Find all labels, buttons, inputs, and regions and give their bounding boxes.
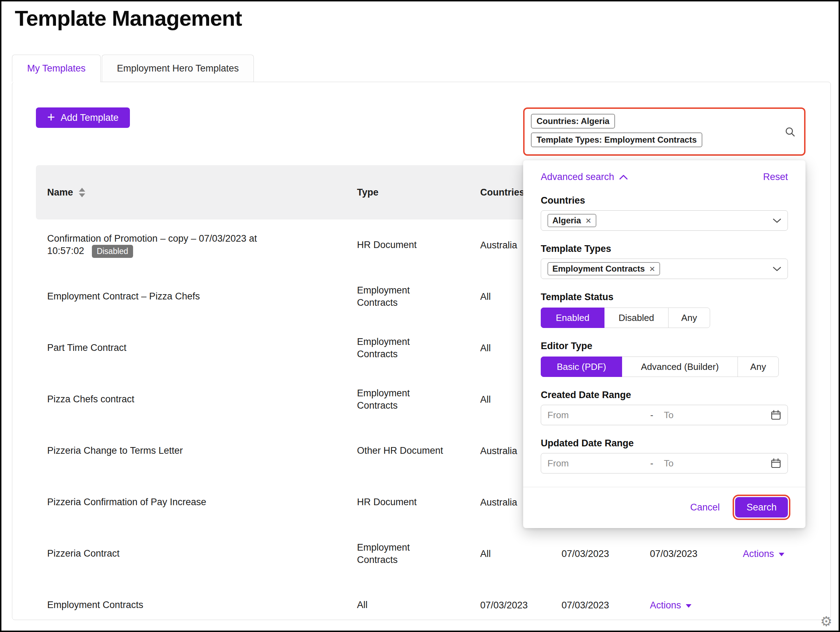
- divider: [523, 487, 805, 487]
- actions-label: Actions: [650, 600, 681, 611]
- chevron-down-icon[interactable]: [773, 218, 781, 223]
- table-header-type: Type: [357, 187, 480, 198]
- advanced-search-label: Advanced search: [541, 171, 614, 182]
- template-type: HR Document: [357, 239, 480, 251]
- page-title: Template Management: [15, 6, 242, 31]
- template-name-text: Confirmation of Promotion – copy – 07/03…: [47, 233, 257, 256]
- template-type: Other HR Document: [357, 445, 480, 457]
- table-header-name[interactable]: Name: [47, 187, 357, 198]
- template-type: Employment Contracts: [357, 336, 480, 360]
- template-created-date: 07/03/2023: [480, 600, 562, 611]
- range-separator: -: [650, 458, 654, 469]
- template-type: Employment Contracts: [357, 284, 480, 309]
- from-placeholder: From: [548, 410, 650, 421]
- calendar-icon[interactable]: [771, 458, 781, 469]
- template-name: Pizzeria Confirmation of Pay Increase: [47, 496, 357, 508]
- plus-icon: +: [47, 110, 55, 124]
- editor-type-label: Editor Type: [541, 341, 788, 352]
- template-type: Employment Contracts: [357, 387, 480, 412]
- cancel-link[interactable]: Cancel: [690, 502, 720, 513]
- range-separator: -: [650, 410, 654, 421]
- tab-label: My Templates: [27, 63, 85, 74]
- tag-label: Algeria: [553, 215, 581, 225]
- advanced-search-panel: Advanced search Reset Countries Algeria …: [523, 160, 805, 528]
- chevron-down-icon: [779, 553, 785, 556]
- editor-advanced-builder-button[interactable]: Advanced (Builder): [622, 356, 738, 377]
- created-date-range-label: Created Date Range: [541, 390, 788, 401]
- template-status-segment: Enabled Disabled Any: [541, 307, 788, 328]
- editor-basic-pdf-button[interactable]: Basic (PDF): [541, 356, 622, 377]
- template-name: Part Time Contract: [47, 342, 357, 354]
- filter-chip-template-types: Template Types: Employment Contracts: [531, 133, 703, 147]
- advanced-search-footer: Cancel Search: [541, 497, 788, 518]
- template-name: Employment Contracts: [47, 599, 357, 611]
- sort-asc-icon: [79, 188, 85, 192]
- templates-panel: + Add Template Countries: Algeria Templa…: [12, 82, 831, 620]
- to-placeholder: To: [664, 410, 771, 421]
- template-name: Pizzeria Change to Terms Letter: [47, 445, 357, 457]
- actions-cell: Actions: [743, 548, 805, 559]
- created-date-range-input[interactable]: From - To: [541, 405, 788, 425]
- template-name: Confirmation of Promotion – copy – 07/03…: [47, 233, 357, 258]
- from-placeholder: From: [548, 458, 650, 469]
- header-name-label: Name: [47, 187, 73, 198]
- editor-any-button[interactable]: Any: [737, 356, 779, 377]
- clear-tag-icon[interactable]: ✕: [585, 217, 591, 224]
- template-countries: All: [480, 548, 562, 559]
- search-icon[interactable]: [785, 126, 796, 138]
- actions-menu-button[interactable]: Actions: [650, 600, 692, 611]
- template-status-label: Template Status: [541, 292, 788, 303]
- add-template-button[interactable]: + Add Template: [36, 108, 130, 128]
- tab-my-templates[interactable]: My Templates: [12, 55, 101, 82]
- template-type: HR Document: [357, 496, 480, 508]
- chevron-down-icon: [686, 604, 692, 608]
- template-name: Pizzeria Contract: [47, 548, 357, 560]
- template-types-select[interactable]: Employment Contracts ✕: [541, 258, 788, 279]
- clear-tag-icon[interactable]: ✕: [649, 265, 655, 272]
- gear-icon[interactable]: ⚙: [820, 614, 832, 629]
- template-management-page: Template Management My Templates Employm…: [0, 0, 840, 632]
- updated-date-range-label: Updated Date Range: [541, 438, 788, 449]
- advanced-search-toggle[interactable]: Advanced search: [541, 171, 628, 182]
- editor-type-segment: Basic (PDF) Advanced (Builder) Any: [541, 356, 788, 377]
- chevron-up-icon: [619, 174, 628, 180]
- tab-bar: My Templates Employment Hero Templates: [12, 55, 254, 82]
- reset-link[interactable]: Reset: [763, 171, 788, 182]
- template-name: Employment Contract – Pizza Chefs: [47, 290, 357, 303]
- countries-label: Countries: [541, 195, 788, 206]
- tab-label: Employment Hero Templates: [117, 63, 239, 74]
- filter-chip-countries: Countries: Algeria: [531, 114, 615, 128]
- status-enabled-button[interactable]: Enabled: [541, 307, 605, 328]
- status-any-button[interactable]: Any: [668, 307, 710, 328]
- actions-cell: Actions: [650, 600, 743, 611]
- sort-desc-icon: [79, 193, 85, 197]
- template-type: Employment Contracts: [357, 542, 480, 566]
- template-name: Pizza Chefs contract: [47, 393, 357, 405]
- template-types-selected-tag: Employment Contracts ✕: [548, 262, 660, 276]
- updated-date-range-input[interactable]: From - To: [541, 453, 788, 474]
- tab-employment-hero-templates[interactable]: Employment Hero Templates: [102, 55, 254, 82]
- status-disabled-button[interactable]: Disabled: [604, 307, 669, 328]
- template-types-label: Template Types: [541, 244, 788, 254]
- template-created-date: 07/03/2023: [562, 548, 650, 559]
- template-updated-date: 07/03/2023: [650, 548, 743, 559]
- calendar-icon[interactable]: [771, 410, 781, 420]
- sort-icon[interactable]: [79, 188, 85, 197]
- template-updated-date: 07/03/2023: [562, 600, 650, 611]
- advanced-search-header: Advanced search Reset: [541, 171, 788, 182]
- to-placeholder: To: [664, 458, 771, 469]
- chevron-down-icon[interactable]: [773, 266, 781, 272]
- search-filter-box[interactable]: Countries: Algeria Template Types: Emplo…: [523, 108, 805, 156]
- countries-selected-tag: Algeria ✕: [548, 214, 596, 227]
- tag-label: Employment Contracts: [553, 264, 645, 274]
- actions-label: Actions: [743, 548, 774, 559]
- status-badge: Disabled: [92, 245, 133, 258]
- countries-select[interactable]: Algeria ✕: [541, 210, 788, 231]
- table-row: Employment Contracts All 07/03/2023 07/0…: [36, 580, 805, 631]
- template-type: All: [357, 599, 480, 611]
- search-button[interactable]: Search: [735, 497, 788, 518]
- table-row: Pizzeria Contract Employment Contracts A…: [36, 528, 805, 580]
- add-template-label: Add Template: [60, 112, 118, 123]
- actions-menu-button[interactable]: Actions: [743, 548, 785, 559]
